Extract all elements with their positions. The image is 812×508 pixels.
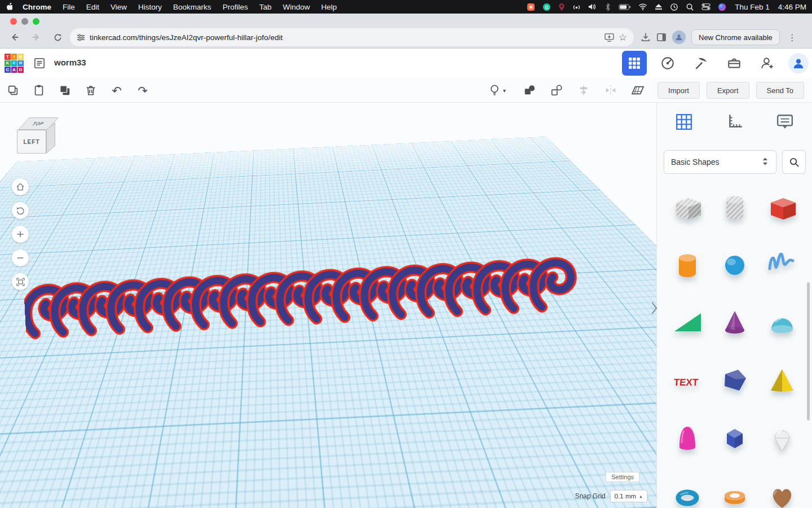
shape-cone[interactable]: [712, 303, 757, 342]
home-view-button[interactable]: [12, 178, 29, 195]
shape-pyramid[interactable]: [760, 361, 805, 400]
shape-cylinder[interactable]: [665, 244, 710, 284]
user-avatar[interactable]: [788, 53, 809, 73]
copy-icon[interactable]: [6, 83, 20, 98]
shape-ice-cream[interactable]: [760, 419, 805, 458]
shape-tube[interactable]: [712, 477, 757, 508]
panel-collapse-handle[interactable]: [648, 298, 660, 318]
chrome-update-button[interactable]: New Chrome available: [691, 29, 780, 45]
panel-scrollbar[interactable]: [807, 282, 810, 421]
url-text[interactable]: tinkercad.com/things/esJzeAI2qvr-powerfu…: [90, 33, 600, 42]
install-app-icon[interactable]: [604, 33, 614, 42]
align-icon[interactable]: [576, 83, 591, 98]
paste-icon[interactable]: [32, 83, 46, 98]
shape-hexagonal-prism[interactable]: [712, 419, 757, 458]
menu-edit[interactable]: Edit: [81, 3, 105, 11]
shape-half-sphere[interactable]: [760, 303, 805, 342]
time-machine-icon[interactable]: [670, 3, 678, 11]
eject-icon[interactable]: [655, 3, 663, 10]
menu-bookmarks[interactable]: Bookmarks: [167, 3, 217, 11]
shape-polygon[interactable]: [712, 361, 757, 400]
browser-profile-avatar[interactable]: [672, 30, 686, 44]
orbit-view-button[interactable]: [12, 202, 29, 219]
dashboard-grid-button[interactable]: [622, 51, 647, 76]
back-button[interactable]: [6, 28, 24, 46]
undo-icon[interactable]: ↶: [109, 83, 124, 98]
show-all-bulb-icon[interactable]: ▾: [485, 83, 510, 98]
zoom-out-button[interactable]: [12, 249, 29, 266]
grammarly-icon[interactable]: G: [542, 3, 551, 11]
minecraft-pickaxe-button[interactable]: [689, 51, 713, 76]
menu-date[interactable]: Thu Feb 1: [735, 3, 770, 11]
add-person-button[interactable]: [755, 51, 780, 76]
forward-button[interactable]: [27, 28, 45, 46]
menu-help[interactable]: Help: [315, 3, 342, 11]
shape-sphere[interactable]: [712, 244, 757, 284]
import-button[interactable]: Import: [657, 82, 700, 99]
shape-scribble[interactable]: [760, 244, 805, 284]
menu-file[interactable]: File: [57, 3, 81, 11]
zoom-in-button[interactable]: [12, 226, 29, 243]
wifi-icon[interactable]: [638, 3, 647, 10]
battery-icon[interactable]: [619, 4, 631, 10]
apple-menu-icon[interactable]: [0, 2, 17, 11]
lunchbox-button[interactable]: [722, 51, 747, 76]
tab-ruler[interactable]: [722, 110, 747, 134]
browser-menu-icon[interactable]: ⋮: [785, 32, 799, 43]
menu-view[interactable]: View: [105, 3, 133, 11]
menu-history[interactable]: History: [133, 3, 167, 11]
downloads-icon[interactable]: [641, 32, 651, 42]
zoom-window-button[interactable]: [33, 18, 39, 25]
menu-tab[interactable]: Tab: [254, 3, 277, 11]
app-status-icon[interactable]: [527, 3, 535, 11]
volume-icon[interactable]: [588, 3, 597, 11]
siri-icon[interactable]: [718, 3, 726, 11]
bookmark-star-icon[interactable]: ☆: [619, 33, 627, 42]
viewport-3d[interactable]: TOP LEFT Settings Snap Grid 0.1 mm▲: [0, 103, 656, 508]
menu-profiles[interactable]: Profiles: [217, 3, 254, 11]
delete-icon[interactable]: [83, 83, 98, 98]
radio-icon[interactable]: [572, 3, 581, 11]
fit-view-button[interactable]: [12, 273, 29, 290]
control-center-icon[interactable]: [701, 3, 710, 11]
view-cube-front-face[interactable]: LEFT: [17, 130, 46, 154]
site-settings-icon[interactable]: [77, 33, 85, 42]
menu-clock[interactable]: 4:46 PM: [778, 3, 806, 11]
menu-window[interactable]: Window: [277, 3, 315, 11]
snap-grid-dropdown[interactable]: 0.1 mm▲: [610, 490, 647, 502]
design-title[interactable]: worm33: [54, 58, 86, 67]
shape-box[interactable]: [760, 186, 805, 226]
shape-wedge[interactable]: [665, 303, 710, 342]
design-properties-icon[interactable]: [34, 58, 45, 71]
reload-button[interactable]: [48, 28, 67, 46]
shape-box-hole[interactable]: [665, 186, 710, 226]
shape-cylinder-hole[interactable]: [712, 186, 757, 226]
send-to-button[interactable]: Send To: [756, 82, 804, 99]
redo-icon[interactable]: ↷: [135, 83, 150, 98]
spotlight-icon[interactable]: [686, 3, 694, 11]
shape-text[interactable]: TEXT: [665, 361, 710, 400]
circuits-button[interactable]: [655, 51, 680, 76]
bluetooth-off-icon[interactable]: [604, 3, 611, 11]
duplicate-icon[interactable]: [58, 83, 72, 98]
grid-settings-button[interactable]: Settings: [606, 472, 639, 482]
tinkercad-logo[interactable]: TINKERCAD: [5, 54, 24, 73]
shape-heart[interactable]: [760, 477, 805, 508]
group-icon[interactable]: [522, 83, 537, 98]
tab-notes[interactable]: [773, 110, 797, 134]
ungroup-icon[interactable]: [549, 83, 564, 98]
view-cube[interactable]: TOP LEFT: [16, 115, 61, 157]
close-window-button[interactable]: [10, 18, 17, 25]
tab-workplane-grid[interactable]: [672, 110, 696, 134]
shape-torus[interactable]: [665, 477, 710, 508]
search-shapes-button[interactable]: [782, 150, 806, 174]
mirror-icon[interactable]: [603, 83, 618, 98]
side-panel-icon[interactable]: [656, 32, 667, 42]
minimize-window-button[interactable]: [21, 18, 28, 25]
address-bar[interactable]: tinkercad.com/things/esJzeAI2qvr-powerfu…: [70, 28, 634, 46]
export-button[interactable]: Export: [707, 82, 749, 99]
location-icon[interactable]: [558, 3, 565, 11]
shape-paraboloid[interactable]: [665, 419, 710, 458]
shape-category-dropdown[interactable]: Basic Shapes: [664, 150, 776, 174]
workplane-icon[interactable]: [630, 83, 645, 98]
